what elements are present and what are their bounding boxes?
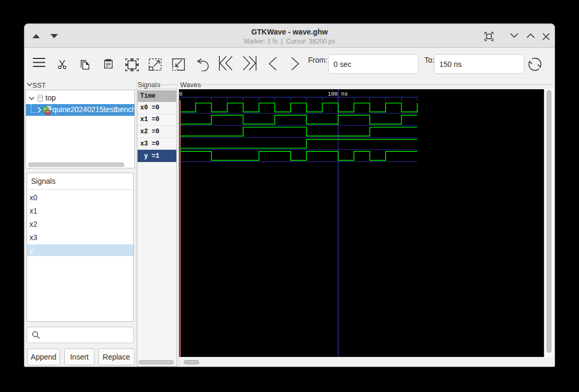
svg-text:0: 0 — [179, 91, 182, 97]
